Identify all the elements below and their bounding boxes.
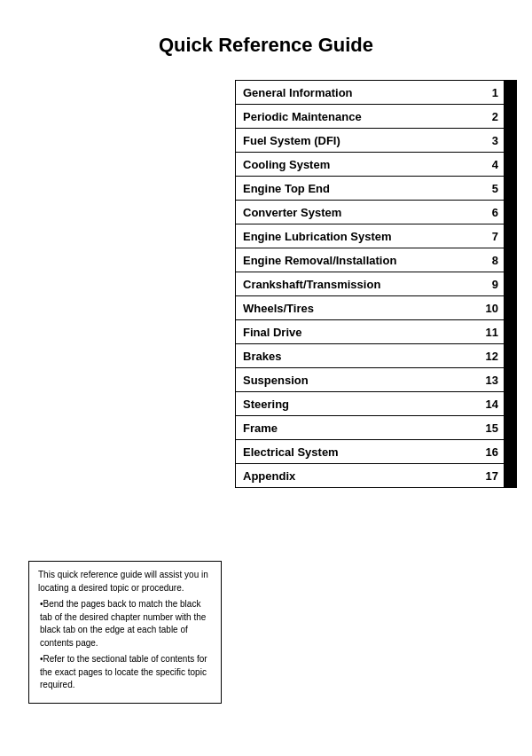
toc-row[interactable]: Engine Removal/Installation8 — [235, 248, 517, 272]
toc-number: 5 — [479, 177, 504, 200]
toc-tab — [504, 129, 516, 152]
page-title: Quick Reference Guide — [0, 0, 532, 78]
toc-label: Appendix — [236, 465, 479, 487]
toc-tab — [504, 153, 516, 176]
toc-label: Cooling System — [236, 154, 479, 176]
toc-row[interactable]: Engine Top End5 — [235, 176, 517, 200]
toc-row[interactable]: Converter System6 — [235, 200, 517, 224]
toc-label: Brakes — [236, 345, 479, 367]
toc-row[interactable]: Wheels/Tires10 — [235, 295, 517, 319]
toc-label: Converter System — [236, 201, 479, 224]
toc-number: 10 — [479, 297, 504, 319]
toc-label: Periodic Maintenance — [236, 106, 479, 128]
toc-number: 6 — [479, 201, 504, 224]
toc-row[interactable]: General Information1 — [235, 80, 517, 104]
toc-label: Engine Removal/Installation — [236, 249, 479, 272]
toc-label: Wheels/Tires — [236, 297, 479, 319]
toc-tab — [504, 440, 516, 463]
toc-label: Fuel System (DFI) — [236, 130, 479, 152]
toc-label: Final Drive — [236, 321, 479, 343]
info-line1: This quick reference guide will assist y… — [38, 569, 212, 595]
toc-row[interactable]: Final Drive11 — [235, 319, 517, 343]
toc-number: 11 — [479, 321, 504, 343]
toc-label: Frame — [236, 417, 479, 439]
info-box: This quick reference guide will assist y… — [28, 561, 222, 704]
toc-number: 13 — [479, 369, 504, 391]
toc-tab — [504, 392, 516, 415]
toc-row[interactable]: Brakes12 — [235, 343, 517, 367]
toc-row[interactable]: Cooling System4 — [235, 152, 517, 176]
toc-number: 8 — [479, 249, 504, 272]
toc-number: 15 — [479, 417, 504, 439]
toc-number: 3 — [479, 130, 504, 152]
toc-number: 17 — [479, 465, 504, 487]
toc-number: 2 — [479, 106, 504, 128]
toc-tab — [504, 416, 516, 439]
toc-row[interactable]: Steering14 — [235, 391, 517, 415]
toc-row[interactable]: Suspension13 — [235, 367, 517, 391]
toc-number: 4 — [479, 154, 504, 176]
toc-number: 9 — [479, 273, 504, 295]
toc-label: Steering — [236, 393, 479, 415]
toc-tab — [504, 464, 516, 487]
toc-row[interactable]: Electrical System16 — [235, 439, 517, 463]
toc-label: Engine Lubrication System — [236, 225, 479, 248]
toc-row[interactable]: Fuel System (DFI)3 — [235, 128, 517, 152]
toc-row[interactable]: Frame15 — [235, 415, 517, 439]
toc-row[interactable]: Appendix17 — [235, 463, 517, 488]
toc-tab — [504, 320, 516, 343]
toc-label: Engine Top End — [236, 177, 479, 200]
toc-tab — [504, 368, 516, 391]
toc-tab — [504, 201, 516, 224]
toc-number: 1 — [479, 82, 504, 104]
toc-label: General Information — [236, 82, 479, 104]
info-bullet2: •Refer to the sectional table of content… — [38, 653, 212, 692]
toc-row[interactable]: Periodic Maintenance2 — [235, 104, 517, 128]
toc-container: General Information1Periodic Maintenance… — [235, 80, 517, 488]
toc-row[interactable]: Engine Lubrication System7 — [235, 224, 517, 248]
toc-label: Electrical System — [236, 441, 479, 463]
toc-number: 7 — [479, 225, 504, 248]
toc-tab — [504, 248, 516, 272]
toc-label: Suspension — [236, 369, 479, 391]
toc-label: Crankshaft/Transmission — [236, 273, 479, 295]
toc-tab — [504, 81, 516, 104]
toc-tab — [504, 296, 516, 319]
toc-number: 14 — [479, 393, 504, 415]
toc-tab — [504, 105, 516, 128]
toc-tab — [504, 177, 516, 200]
toc-row[interactable]: Crankshaft/Transmission9 — [235, 272, 517, 295]
toc-tab — [504, 344, 516, 367]
toc-number: 16 — [479, 441, 504, 463]
toc-number: 12 — [479, 345, 504, 367]
toc-tab — [504, 224, 516, 248]
toc-tab — [504, 272, 516, 295]
info-bullet1: •Bend the pages back to match the black … — [38, 598, 212, 650]
